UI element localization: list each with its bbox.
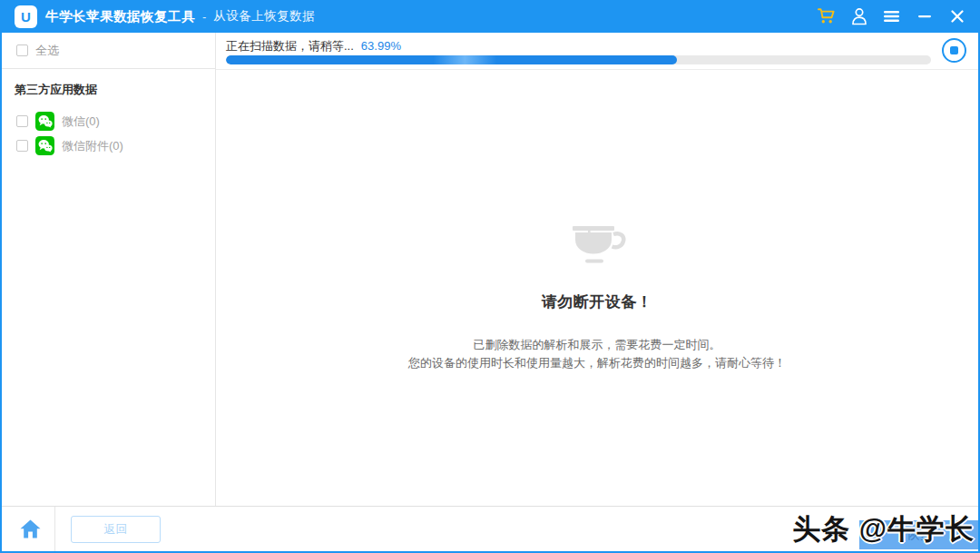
title-separator: - [202, 10, 206, 24]
wechat-attachments-checkbox[interactable] [16, 140, 28, 152]
app-body: 全选 第三方应用数据 [2, 33, 978, 551]
desc-line-2: 您的设备的使用时长和使用量越大，解析花费的时间越多，请耐心等待！ [408, 354, 786, 372]
recover-button[interactable]: 恢复 [859, 520, 980, 549]
scan-header: 正在扫描数据，请稍等...63.99% [216, 33, 978, 70]
stop-scan-button[interactable] [942, 38, 966, 63]
app-window: U 牛学长苹果数据恢复工具 - 从设备上恢复数据 [0, 0, 980, 553]
scan-percent: 63.99% [361, 39, 401, 53]
empty-state-description: 已删除数据的解析和展示，需要花费一定时间。 您的设备的使用时长和使用量越大，解析… [408, 336, 786, 372]
scan-status-text: 正在扫描数据，请稍等...63.99% [226, 38, 401, 54]
empty-state-title: 请勿断开设备！ [542, 291, 653, 312]
coffee-cup-icon [565, 221, 629, 272]
page-title: 从设备上恢复数据 [213, 8, 315, 25]
progress-bar [226, 55, 931, 64]
main-panel: 正在扫描数据，请稍等...63.99% [216, 33, 978, 506]
select-all-checkbox[interactable] [16, 44, 28, 56]
wechat-icon [35, 112, 54, 131]
minimize-icon[interactable] [916, 5, 933, 27]
sidebar-tree: 第三方应用数据 [2, 69, 215, 158]
back-button[interactable]: 返回 [71, 516, 161, 543]
sidebar-item-wechat[interactable]: 微信(0) [2, 109, 215, 133]
upper-region: 全选 第三方应用数据 [2, 33, 978, 506]
footer-bar: 返回 恢复 头条 @牛学长 [2, 506, 978, 551]
select-all-label: 全选 [35, 43, 59, 59]
section-title-third-party-apps: 第三方应用数据 [2, 82, 215, 109]
menu-icon[interactable] [883, 5, 900, 27]
footer-divider [54, 507, 55, 551]
wechat-checkbox[interactable] [16, 115, 28, 127]
app-logo-icon: U [15, 5, 37, 28]
user-icon[interactable] [850, 5, 867, 27]
close-icon[interactable] [948, 5, 965, 27]
stop-icon [950, 46, 958, 54]
empty-state: 请勿断开设备！ 已删除数据的解析和展示，需要花费一定时间。 您的设备的使用时长和… [216, 70, 978, 506]
sidebar-item-wechat-attachments[interactable]: 微信附件(0) [2, 133, 215, 158]
progress-fill [226, 55, 677, 64]
sidebar-item-label: 微信附件(0) [62, 138, 123, 154]
sidebar-item-label: 微信(0) [62, 114, 100, 130]
title-bar: U 牛学长苹果数据恢复工具 - 从设备上恢复数据 [0, 0, 980, 33]
sidebar: 全选 第三方应用数据 [2, 33, 216, 506]
app-title: 牛学长苹果数据恢复工具 [45, 8, 195, 25]
cart-icon[interactable] [818, 5, 835, 27]
home-button[interactable] [20, 519, 41, 542]
titlebar-actions [818, 5, 965, 27]
wechat-icon [35, 136, 54, 155]
select-all-row[interactable]: 全选 [2, 33, 215, 69]
desc-line-1: 已删除数据的解析和展示，需要花费一定时间。 [408, 336, 786, 354]
